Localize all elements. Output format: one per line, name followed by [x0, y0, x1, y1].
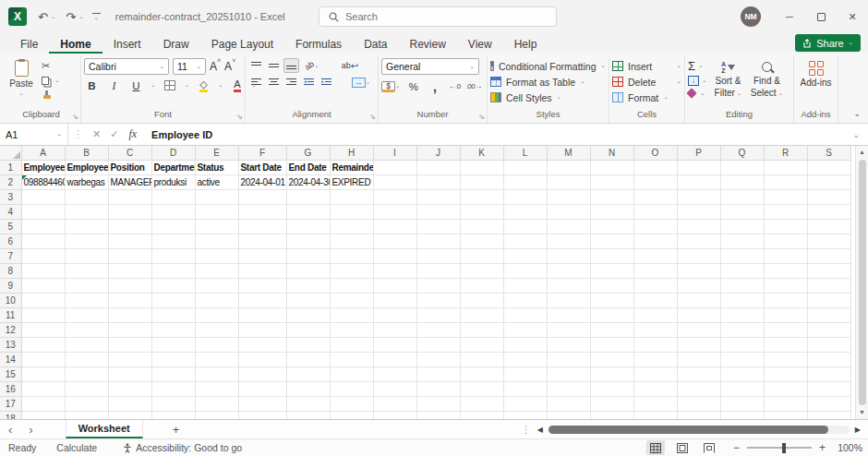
- cell-D11[interactable]: [151, 308, 195, 323]
- accounting-format-button[interactable]: $⌄: [381, 81, 400, 92]
- cell-S14[interactable]: [807, 353, 850, 367]
- cell-G11[interactable]: [286, 308, 330, 323]
- cell-O3[interactable]: [633, 190, 677, 205]
- cell-A16[interactable]: [21, 382, 65, 397]
- cell-F8[interactable]: [238, 264, 286, 279]
- cell-P1[interactable]: [677, 161, 720, 175]
- minimize-button[interactable]: ─: [774, 0, 805, 33]
- cell-M13[interactable]: [547, 338, 590, 353]
- cell-C15[interactable]: [108, 367, 151, 382]
- cell-L2[interactable]: [503, 175, 547, 190]
- cell-L7[interactable]: [503, 249, 547, 264]
- cell-J11[interactable]: [416, 308, 460, 323]
- cell-F16[interactable]: [238, 382, 286, 397]
- cell-Q4[interactable]: [720, 205, 764, 220]
- cell-N7[interactable]: [590, 249, 633, 264]
- cell-O1[interactable]: [633, 161, 677, 175]
- cell-A15[interactable]: [21, 367, 65, 382]
- cell-I4[interactable]: [373, 205, 416, 220]
- decrease-decimal-button[interactable]: .00→: [466, 82, 482, 90]
- cell-K5[interactable]: [460, 220, 503, 234]
- cell-G16[interactable]: [286, 382, 330, 397]
- cell-A4[interactable]: [21, 205, 65, 220]
- cell-P12[interactable]: [677, 323, 720, 338]
- cell-D16[interactable]: [151, 382, 195, 397]
- cell-F10[interactable]: [238, 294, 286, 308]
- accessibility-status[interactable]: Accessibility: Good to go: [123, 442, 242, 453]
- tab-file[interactable]: File: [9, 39, 49, 54]
- cell-H3[interactable]: [330, 190, 373, 205]
- cell-D18[interactable]: [151, 412, 195, 420]
- chevron-down-icon[interactable]: ⌄: [151, 82, 155, 89]
- cell-B5[interactable]: [65, 220, 108, 234]
- cell-R10[interactable]: [764, 294, 807, 308]
- cell-K3[interactable]: [460, 190, 503, 205]
- cell-S9[interactable]: [807, 279, 850, 294]
- cell-O8[interactable]: [633, 264, 677, 279]
- cell-C8[interactable]: [108, 264, 151, 279]
- cell-A6[interactable]: [21, 234, 65, 249]
- column-header-Q[interactable]: Q: [720, 146, 764, 161]
- cell-B3[interactable]: [65, 190, 108, 205]
- tab-page-layout[interactable]: Page Layout: [200, 39, 284, 54]
- cell-N5[interactable]: [590, 220, 633, 234]
- column-header-S[interactable]: S: [807, 146, 850, 161]
- cell-J1[interactable]: [416, 161, 460, 175]
- cell-N8[interactable]: [590, 264, 633, 279]
- cell-K18[interactable]: [460, 412, 503, 420]
- avatar[interactable]: NM: [741, 6, 761, 27]
- cell-F17[interactable]: [238, 397, 286, 412]
- cell-D17[interactable]: [151, 397, 195, 412]
- cell-N4[interactable]: [590, 205, 633, 220]
- cell-K8[interactable]: [460, 264, 503, 279]
- cell-J17[interactable]: [416, 397, 460, 412]
- cell-A18[interactable]: [21, 412, 65, 420]
- cell-E17[interactable]: [195, 397, 238, 412]
- percent-style-button[interactable]: %: [405, 78, 421, 94]
- paste-button[interactable]: Paste ⌄: [5, 58, 38, 108]
- cell-G8[interactable]: [286, 264, 330, 279]
- cell-Q2[interactable]: [720, 175, 764, 190]
- cell-B2[interactable]: warbegas: [65, 175, 108, 190]
- cell-C7[interactable]: [108, 249, 151, 264]
- column-header-I[interactable]: I: [373, 146, 416, 161]
- cell-N1[interactable]: [590, 161, 633, 175]
- cell-I8[interactable]: [373, 264, 416, 279]
- page-layout-view-button[interactable]: [673, 440, 692, 455]
- cell-J15[interactable]: [416, 367, 460, 382]
- cell-C16[interactable]: [108, 382, 151, 397]
- cell-F3[interactable]: [238, 190, 286, 205]
- cell-F14[interactable]: [238, 353, 286, 367]
- cell-D5[interactable]: [151, 220, 195, 234]
- cell-C9[interactable]: [108, 279, 151, 294]
- cell-B9[interactable]: [65, 279, 108, 294]
- cell-P15[interactable]: [677, 367, 720, 382]
- cell-E5[interactable]: [195, 220, 238, 234]
- cell-O18[interactable]: [633, 412, 677, 420]
- cell-F13[interactable]: [238, 338, 286, 353]
- cell-P11[interactable]: [677, 308, 720, 323]
- cell-R2[interactable]: [764, 175, 807, 190]
- cell-D9[interactable]: [151, 279, 195, 294]
- cell-P14[interactable]: [677, 353, 720, 367]
- cell-I14[interactable]: [373, 353, 416, 367]
- cell-D6[interactable]: [151, 234, 195, 249]
- cancel-icon[interactable]: ✕: [88, 128, 105, 140]
- cell-S5[interactable]: [807, 220, 850, 234]
- cell-B8[interactable]: [65, 264, 108, 279]
- cell-A1[interactable]: Employee ID: [21, 161, 65, 175]
- cell-L11[interactable]: [503, 308, 547, 323]
- cell-L16[interactable]: [503, 382, 547, 397]
- cell-D10[interactable]: [151, 294, 195, 308]
- increase-font-size-button[interactable]: A˄: [210, 60, 221, 73]
- cell-B14[interactable]: [65, 353, 108, 367]
- cell-I3[interactable]: [373, 190, 416, 205]
- cell-G1[interactable]: End Date: [286, 161, 330, 175]
- cell-H5[interactable]: [330, 220, 373, 234]
- cell-L6[interactable]: [503, 234, 547, 249]
- increase-indent-button[interactable]: [319, 75, 334, 90]
- cell-I16[interactable]: [373, 382, 416, 397]
- cell-S18[interactable]: [807, 412, 850, 420]
- cell-S10[interactable]: [807, 294, 850, 308]
- cell-C4[interactable]: [108, 205, 151, 220]
